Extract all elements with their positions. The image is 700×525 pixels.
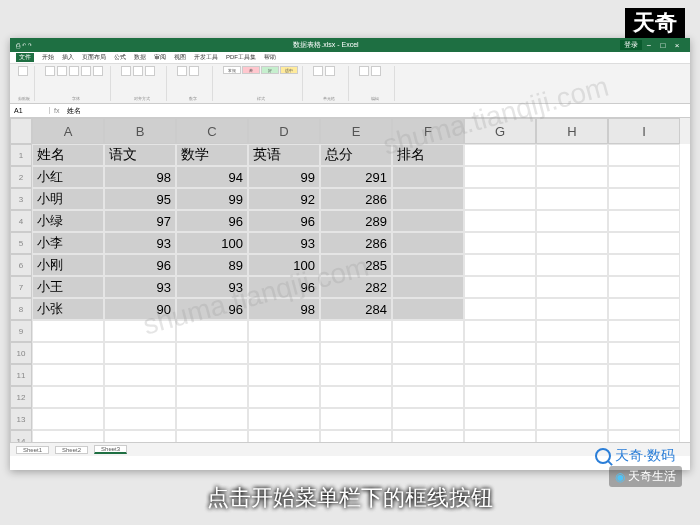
cell-I8[interactable] <box>608 298 680 320</box>
cell-A1[interactable]: 姓名 <box>32 144 104 166</box>
cell-G9[interactable] <box>464 320 536 342</box>
sheet-area[interactable]: ABCDEFGHI 1姓名语文数学英语总分排名2小红9894992913小明95… <box>10 118 690 456</box>
fx-icon[interactable]: fx <box>50 107 63 114</box>
cell-B5[interactable]: 93 <box>104 232 176 254</box>
row-header[interactable]: 9 <box>10 320 32 342</box>
cell-G3[interactable] <box>464 188 536 210</box>
cell-B10[interactable] <box>104 342 176 364</box>
menu-2[interactable]: 插入 <box>62 53 74 62</box>
cell-F1[interactable]: 排名 <box>392 144 464 166</box>
quick-access[interactable]: ⎙ ↶ ↷ <box>16 42 32 49</box>
cell-H10[interactable] <box>536 342 608 364</box>
cell-A2[interactable]: 小红 <box>32 166 104 188</box>
cell-C13[interactable] <box>176 408 248 430</box>
sheet-tab-Sheet1[interactable]: Sheet1 <box>16 446 49 454</box>
ribbon-clipboard[interactable]: 剪贴板 <box>14 66 35 101</box>
col-header-G[interactable]: G <box>464 118 536 144</box>
cell-D11[interactable] <box>248 364 320 386</box>
cell-I3[interactable] <box>608 188 680 210</box>
paste-icon[interactable] <box>18 66 28 76</box>
cell-I7[interactable] <box>608 276 680 298</box>
cell-H9[interactable] <box>536 320 608 342</box>
row-header[interactable]: 4 <box>10 210 32 232</box>
cell-G6[interactable] <box>464 254 536 276</box>
cell-C8[interactable]: 96 <box>176 298 248 320</box>
style-差[interactable]: 差 <box>242 66 260 74</box>
cell-A5[interactable]: 小李 <box>32 232 104 254</box>
style-好[interactable]: 好 <box>261 66 279 74</box>
menu-5[interactable]: 数据 <box>134 53 146 62</box>
cell-F7[interactable] <box>392 276 464 298</box>
menu-9[interactable]: PDF工具集 <box>226 53 256 62</box>
cell-G7[interactable] <box>464 276 536 298</box>
cell-C6[interactable]: 89 <box>176 254 248 276</box>
cell-A11[interactable] <box>32 364 104 386</box>
cell-I4[interactable] <box>608 210 680 232</box>
fill-icon[interactable] <box>93 66 103 76</box>
cell-D10[interactable] <box>248 342 320 364</box>
cell-G2[interactable] <box>464 166 536 188</box>
cell-E13[interactable] <box>320 408 392 430</box>
cell-F2[interactable] <box>392 166 464 188</box>
col-header-H[interactable]: H <box>536 118 608 144</box>
cell-B8[interactable]: 90 <box>104 298 176 320</box>
cell-C3[interactable]: 99 <box>176 188 248 210</box>
cell-B3[interactable]: 95 <box>104 188 176 210</box>
cell-F12[interactable] <box>392 386 464 408</box>
cell-A13[interactable] <box>32 408 104 430</box>
cell-I5[interactable] <box>608 232 680 254</box>
cell-D9[interactable] <box>248 320 320 342</box>
cell-C7[interactable]: 93 <box>176 276 248 298</box>
row-header[interactable]: 8 <box>10 298 32 320</box>
cell-D8[interactable]: 98 <box>248 298 320 320</box>
cell-G5[interactable] <box>464 232 536 254</box>
cell-E1[interactable]: 总分 <box>320 144 392 166</box>
row-header[interactable]: 11 <box>10 364 32 386</box>
row-header[interactable]: 10 <box>10 342 32 364</box>
ribbon-cells[interactable]: 单元格 <box>309 66 349 101</box>
cell-E7[interactable]: 282 <box>320 276 392 298</box>
cell-G4[interactable] <box>464 210 536 232</box>
sheet-tab-Sheet3[interactable]: Sheet3 <box>94 445 127 454</box>
sum-icon[interactable] <box>359 66 369 76</box>
ribbon-editing[interactable]: 编辑 <box>355 66 395 101</box>
cell-E6[interactable]: 285 <box>320 254 392 276</box>
formula-input[interactable]: 姓名 <box>63 106 690 116</box>
row-header[interactable]: 13 <box>10 408 32 430</box>
cell-H5[interactable] <box>536 232 608 254</box>
cell-E12[interactable] <box>320 386 392 408</box>
col-header-E[interactable]: E <box>320 118 392 144</box>
menu-8[interactable]: 开发工具 <box>194 53 218 62</box>
border-icon[interactable] <box>81 66 91 76</box>
col-header-D[interactable]: D <box>248 118 320 144</box>
cell-H12[interactable] <box>536 386 608 408</box>
cell-I9[interactable] <box>608 320 680 342</box>
cell-A4[interactable]: 小绿 <box>32 210 104 232</box>
cell-E3[interactable]: 286 <box>320 188 392 210</box>
percent-icon[interactable] <box>189 66 199 76</box>
cell-D1[interactable]: 英语 <box>248 144 320 166</box>
delete-icon[interactable] <box>325 66 335 76</box>
cell-E2[interactable]: 291 <box>320 166 392 188</box>
row-header[interactable]: 12 <box>10 386 32 408</box>
cell-I13[interactable] <box>608 408 680 430</box>
signin-button[interactable]: 登录 <box>620 40 642 50</box>
cell-C10[interactable] <box>176 342 248 364</box>
cell-D5[interactable]: 93 <box>248 232 320 254</box>
currency-icon[interactable] <box>177 66 187 76</box>
row-header[interactable]: 3 <box>10 188 32 210</box>
menu-10[interactable]: 帮助 <box>264 53 276 62</box>
underline-icon[interactable] <box>69 66 79 76</box>
close-button[interactable]: × <box>670 40 684 50</box>
find-icon[interactable] <box>371 66 381 76</box>
cell-H4[interactable] <box>536 210 608 232</box>
col-header-A[interactable]: A <box>32 118 104 144</box>
cell-E11[interactable] <box>320 364 392 386</box>
col-header-I[interactable]: I <box>608 118 680 144</box>
cell-G13[interactable] <box>464 408 536 430</box>
cell-H11[interactable] <box>536 364 608 386</box>
cell-A6[interactable]: 小刚 <box>32 254 104 276</box>
cell-F9[interactable] <box>392 320 464 342</box>
cell-H2[interactable] <box>536 166 608 188</box>
cell-B7[interactable]: 93 <box>104 276 176 298</box>
